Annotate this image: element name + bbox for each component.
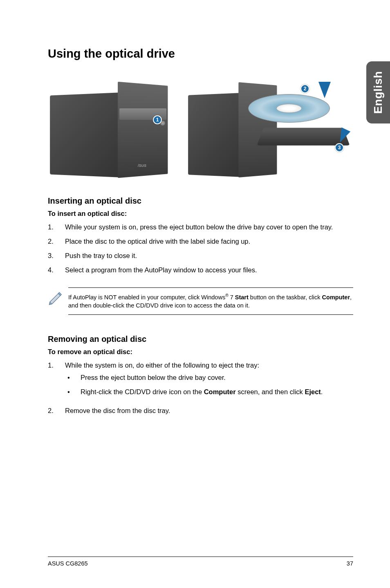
note-box: If AutoPlay is NOT enabled in your compu… (48, 287, 353, 315)
pencil-icon (48, 287, 68, 305)
footer-page-number: 37 (347, 560, 353, 567)
callout-1: 1 (153, 115, 162, 124)
page-footer: ASUS CG8265 37 (48, 557, 353, 567)
list-item: 1. While the system is on, do either of … (48, 361, 353, 402)
page-title: Using the optical drive (48, 47, 353, 61)
insert-intro: To insert an optical disc: (48, 210, 353, 218)
remove-heading: Removing an optical disc (48, 334, 353, 344)
insert-steps-list: 1.While your system is on, press the eje… (48, 222, 353, 275)
list-item: •Press the eject button below the drive … (65, 373, 353, 383)
remove-intro: To remove an optical disc: (48, 348, 353, 356)
remove-steps-list: 1. While the system is on, do either of … (48, 361, 353, 416)
callout-2: 2 (300, 84, 309, 93)
tower-open-illustration: 2 3 (187, 78, 350, 176)
callout-3: 3 (335, 143, 344, 152)
note-text: If AutoPlay is NOT enabled in your compu… (68, 287, 353, 315)
arrow-down-icon (318, 82, 331, 98)
list-item: 4.Select a program from the AutoPlay win… (48, 265, 353, 275)
bullet-list: •Press the eject button below the drive … (65, 373, 353, 397)
footer-model: ASUS CG8265 (48, 560, 88, 567)
list-item: 2.Place the disc to the optical drive wi… (48, 237, 353, 247)
illustration-row: /SUS 1 2 3 (48, 78, 353, 176)
list-item: 3.Push the tray to close it. (48, 251, 353, 261)
insert-heading: Inserting an optical disc (48, 196, 353, 206)
list-item: •Right-click the CD/DVD drive icon on th… (65, 387, 353, 397)
list-item: 1.While your system is on, press the eje… (48, 222, 353, 232)
list-item: 2.Remove the disc from the disc tray. (48, 406, 353, 416)
tower-closed-illustration: /SUS 1 (48, 78, 175, 176)
